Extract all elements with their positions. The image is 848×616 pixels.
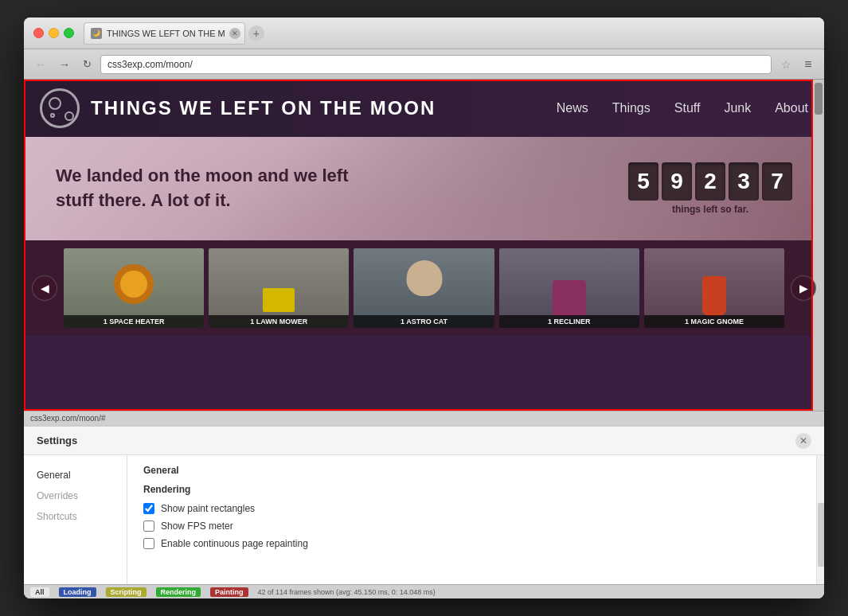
thumb-label-0: 1 SPACE HEATER [64,315,204,328]
devtools-option-1: Show FPS meter [143,520,800,532]
site-navigation: THINGS WE LEFT ON THE MOON News Things S… [24,80,824,137]
prev-button[interactable]: ◀ [32,275,57,301]
site-nav-links: News Things Stuff Junk About [557,101,808,115]
counter-label: things left so far. [672,204,748,215]
devtools-section-general-title: General [143,465,800,476]
bookmark-button[interactable]: ☆ [778,57,794,72]
enable-continuous-repainting-checkbox[interactable] [143,538,154,549]
site-logo: THINGS WE LEFT ON THE MOON [40,88,557,128]
back-button[interactable]: ← [32,56,49,73]
badge-rendering[interactable]: Rendering [156,587,201,597]
devtools-header: Settings ✕ [24,427,824,455]
digit-4: 7 [762,162,792,201]
close-button[interactable] [33,28,44,38]
show-paint-rectangles-checkbox[interactable] [143,503,154,514]
nav-link-stuff[interactable]: Stuff [674,101,701,115]
thumb-item-3[interactable]: 1 RECLINER [499,248,639,328]
show-fps-meter-checkbox[interactable] [143,520,154,532]
nav-link-things[interactable]: Things [612,101,651,115]
hero-line2: stuff there. A lot of it. [56,189,628,213]
thumb-label-1: 1 LAWN MOWER [209,315,349,328]
url-text: css3exp.com/moon/ [107,59,193,70]
url-bar[interactable]: css3exp.com/moon/ [100,55,772,74]
devtools-main: General Rendering Show paint rectangles … [127,455,816,584]
thumbnails-strip: ◀ 1 SPACE HEATER 1 LAWN MOWER 1 ASTRO CA… [24,240,824,336]
thumb-item-4[interactable]: 1 MAGIC GNOME [644,248,784,328]
badge-all[interactable]: All [30,587,49,597]
hero-text: We landed on the moon and we left stuff … [56,164,628,213]
badge-painting[interactable]: Painting [210,587,248,597]
minimize-button[interactable] [49,28,59,38]
scrollbar[interactable] [813,80,824,411]
maximize-button[interactable] [64,28,74,38]
tab-favicon: 🌙 [91,28,102,39]
hero-section: We landed on the moon and we left stuff … [24,137,824,240]
browser-window: 🌙 THINGS WE LEFT ON THE M ✕ + ← → ↻ css3… [24,18,824,598]
devtools-sidebar-overrides[interactable]: Overrides [24,485,127,506]
digit-3: 3 [729,162,759,201]
counter-section: 5 9 2 3 7 things left so far. [628,162,792,215]
website-content: THINGS WE LEFT ON THE MOON News Things S… [24,80,824,411]
enable-continuous-repainting-label: Enable continuous page repainting [161,538,308,549]
tab-title: THINGS WE LEFT ON THE M [107,29,225,38]
badge-scripting[interactable]: Scripting [106,587,147,597]
devtools-rendering-title: Rendering [143,484,800,495]
nav-link-news[interactable]: News [557,101,588,115]
devtools-close-button[interactable]: ✕ [795,433,811,449]
status-url: css3exp.com/moon/# [30,414,106,423]
thumb-label-2: 1 ASTRO CAT [354,315,494,328]
devtools-scroll-thumb[interactable] [818,503,824,567]
page-status-bar: css3exp.com/moon/# [24,411,824,425]
title-bar: 🌙 THINGS WE LEFT ON THE M ✕ + [24,18,824,49]
devtools-scrollbar[interactable] [816,455,824,584]
scrollbar-thumb[interactable] [815,83,823,115]
forward-button[interactable]: → [56,56,73,73]
reload-button[interactable]: ↻ [80,57,94,72]
site-title: THINGS WE LEFT ON THE MOON [91,97,436,119]
mower-icon [263,288,295,312]
badge-loading[interactable]: Loading [59,587,96,597]
devtools-option-2: Enable continuous page repainting [143,538,800,549]
show-paint-rectangles-label: Show paint rectangles [161,503,255,514]
next-button[interactable]: ▶ [791,275,816,301]
show-fps-meter-label: Show FPS meter [161,520,233,532]
digit-2: 2 [695,162,725,201]
traffic-lights [33,28,74,38]
address-bar: ← → ↻ css3exp.com/moon/ ☆ ≡ [24,49,824,80]
tab-bar: 🌙 THINGS WE LEFT ON THE M ✕ + [84,22,815,45]
recliner-icon [553,280,586,316]
devtools-panel: Settings ✕ General Overrides Shortcuts G… [24,425,824,584]
frames-info: 42 of 114 frames shown (avg: 45.150 ms, … [258,588,436,596]
logo-dot [50,113,55,118]
browser-tab[interactable]: 🌙 THINGS WE LEFT ON THE M ✕ [84,22,245,45]
new-tab-button[interactable]: + [248,25,264,41]
menu-button[interactable]: ≡ [800,57,816,72]
thumb-item-1[interactable]: 1 LAWN MOWER [209,248,349,328]
counter-digits: 5 9 2 3 7 [628,162,792,201]
digit-0: 5 [628,162,658,201]
devtools-sidebar: General Overrides Shortcuts [24,455,127,584]
devtools-sidebar-shortcuts[interactable]: Shortcuts [24,506,127,527]
digit-1: 9 [662,162,692,201]
cat-icon [406,260,442,296]
devtools-sidebar-general[interactable]: General [24,465,127,485]
tab-close-button[interactable]: ✕ [229,28,240,39]
gnome-icon [702,276,726,316]
nav-link-junk[interactable]: Junk [724,101,751,115]
devtools-option-0: Show paint rectangles [143,503,800,514]
thumb-label-3: 1 RECLINER [499,315,639,328]
bottom-status-bar: All Loading Scripting Rendering Painting… [24,584,824,598]
thumb-label-4: 1 MAGIC GNOME [644,315,784,328]
logo-icon [40,88,80,128]
hero-line1: We landed on the moon and we left [56,164,628,189]
devtools-title: Settings [37,435,77,446]
devtools-body: General Overrides Shortcuts General Rend… [24,455,824,584]
thumb-item-2[interactable]: 1 ASTRO CAT [354,248,494,328]
nav-link-about[interactable]: About [775,101,808,115]
donut-icon [114,264,154,304]
thumb-item-0[interactable]: 1 SPACE HEATER [64,248,204,328]
